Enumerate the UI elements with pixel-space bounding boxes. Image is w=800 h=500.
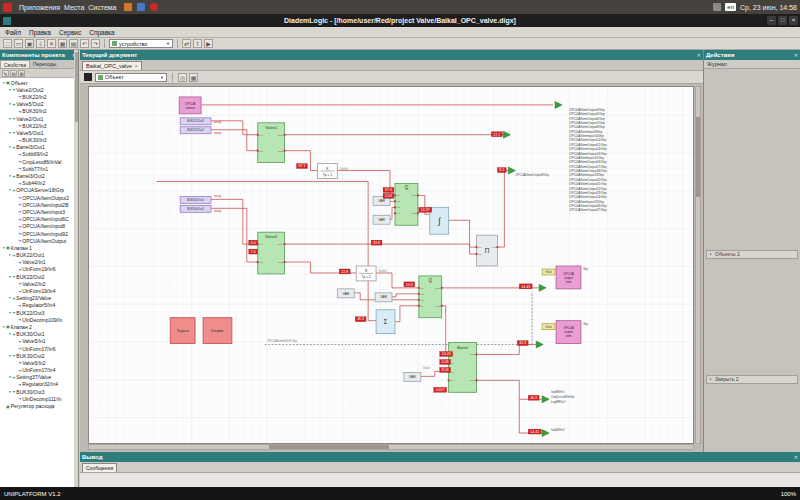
tree-item[interactable]: ➜UlnDecomp111/In xyxy=(0,395,78,402)
block-opcua-signal[interactable]: OPCUAсигнал xyxy=(179,97,201,114)
collapse-icon[interactable]: ⊟ xyxy=(10,70,17,77)
volume-icon[interactable] xyxy=(713,3,721,11)
connect-icon[interactable]: ⇄ xyxy=(182,39,191,48)
tree-item[interactable]: ➜BUK22/In3 xyxy=(0,122,78,129)
tree-item[interactable]: ➜UlnForm17/In6 xyxy=(0,345,78,352)
block-valve1[interactable]: Valve1In1In2Out1Out2 xyxy=(257,123,286,163)
block-config[interactable]: Конфиг xyxy=(203,318,232,344)
tree-item[interactable]: ➜OPCUA/ItemInput2B xyxy=(0,201,78,208)
distro-menu-icon[interactable] xyxy=(3,3,12,12)
window-titlebar[interactable]: DiademLogic - [/home/user/Red/project Va… xyxy=(0,14,800,27)
desktop-menu[interactable]: Система xyxy=(86,4,118,11)
paste-icon[interactable]: ▤ xyxy=(69,39,78,48)
block-src-buk22-out1[interactable]: BUK22/Out1 xyxy=(180,118,211,125)
block-valve2[interactable]: Valve2In1In2Out1Out2 xyxy=(257,232,286,274)
tree-item[interactable]: ▾➜BUK22/Out3 xyxy=(0,309,78,316)
block-q2[interactable]: QIn1In2In3In4Out1Out2 xyxy=(418,276,443,318)
canvas-vertical-scrollbar[interactable] xyxy=(695,86,701,444)
tree-item[interactable]: ➜Valve5/In2 xyxy=(0,359,78,366)
tree-item[interactable]: ➜Regulator32/In4 xyxy=(0,381,78,388)
edit-icon[interactable]: ✎ xyxy=(2,70,9,77)
block-var3[interactable]: VAR xyxy=(337,289,354,298)
tree-scrollbar[interactable] xyxy=(74,50,78,487)
desktop-menu[interactable]: Приложения xyxy=(17,4,62,11)
zoom-level[interactable]: 100% xyxy=(781,491,796,497)
block-tf2[interactable]: KTp + 1 xyxy=(356,266,376,281)
tree-item[interactable]: ▾➜BUK22/Out1 xyxy=(0,252,78,259)
expand-icon[interactable]: ⊞ xyxy=(18,70,25,77)
block-sigma[interactable]: Σ xyxy=(376,310,395,334)
tree-item[interactable]: ▾➜Valve5/Out1 xyxy=(0,129,78,136)
block-opc-out1[interactable]: OPCUAoutputitem xyxy=(556,266,581,289)
tree-item[interactable]: ➜Valve2/In1 xyxy=(0,259,78,266)
block-src-buk22-out2[interactable]: BUK22/Out2 xyxy=(180,127,211,134)
tree-item[interactable]: ▾➜Barrel3/Out2 xyxy=(0,172,78,179)
tree-item[interactable]: ▾▣Клапан 2 xyxy=(0,323,78,330)
tree-item[interactable]: ➜OPCUA/ItemInput3 xyxy=(0,208,78,215)
menubar-item[interactable]: Справка xyxy=(89,29,115,36)
tree-item[interactable]: ▾➜BUK30/Out3 xyxy=(0,388,78,395)
logic-canvas[interactable]: OPCUAсигналBUK22/Out1BUK22/Out2BUK30/Out… xyxy=(88,86,694,444)
tree-item[interactable]: ➜OPCUA/ItemOutput2 xyxy=(0,194,78,201)
document-tab[interactable]: Baikal_OPC_valve × xyxy=(82,61,142,70)
object-combo[interactable]: Объект ▼ xyxy=(95,73,167,82)
block-task[interactable]: Задано xyxy=(170,318,195,344)
cut-icon[interactable]: ✕ xyxy=(47,39,56,48)
tree-item[interactable]: ▾➜Valve2/Out2 xyxy=(0,86,78,93)
tree-item[interactable]: ➜Valve2/In2 xyxy=(0,280,78,287)
collapsed-section-1[interactable]: ▸ Объекты 2 xyxy=(706,250,798,259)
minimize-button[interactable]: – xyxy=(767,16,776,25)
tab-close-icon[interactable]: × xyxy=(135,63,138,69)
tree-item[interactable]: ▾➜BUK30/Out1 xyxy=(0,331,78,338)
panel-close-icon[interactable]: ✕ xyxy=(697,52,701,58)
open-file-icon[interactable]: ▭ xyxy=(14,39,23,48)
block-product[interactable]: ПIn1In2Out xyxy=(476,235,499,266)
block-opc-out2[interactable]: OPCUAoutputitem xyxy=(556,321,581,344)
object-icon[interactable] xyxy=(84,73,92,81)
tree-item[interactable]: ▾➜Setting37/Value xyxy=(0,374,78,381)
block-src-buk30-out2[interactable]: BUK30/Out2 xyxy=(180,205,211,212)
collapsed-section-2[interactable]: ▸ Закрыть 2 xyxy=(706,375,798,384)
tree-item[interactable]: ➜OPCUA/ItemInput6C xyxy=(0,216,78,223)
copy-icon[interactable]: ▦ xyxy=(58,39,67,48)
panel-close-icon[interactable]: ✕ xyxy=(794,454,798,460)
desktop-menu[interactable]: Места xyxy=(62,4,86,11)
tree-item[interactable]: ▾➜BUK30/Out2 xyxy=(0,352,78,359)
tree-item[interactable]: ▣Регулятор расхода xyxy=(0,402,78,409)
tree-item[interactable]: ➜BUK30/In3 xyxy=(0,137,78,144)
menubar-item[interactable]: Сервис xyxy=(59,29,81,36)
tree-item[interactable]: ▾➜Valve5/Out2 xyxy=(0,101,78,108)
zoom-icon[interactable]: ◎ xyxy=(178,73,187,82)
tree-item[interactable]: ➜Subb77/In1 xyxy=(0,165,78,172)
tree-item[interactable]: ➜CmpLess86/InVal xyxy=(0,158,78,165)
tab-transitions[interactable]: Переходы xyxy=(30,60,59,68)
block-indat2[interactable]: InDat xyxy=(542,324,555,330)
new-file-icon[interactable]: □ xyxy=(3,39,12,48)
block-var5[interactable]: VAR xyxy=(404,372,421,381)
block-barrel[interactable]: BarrelIn1In2In3In4Out1Out2 xyxy=(448,343,478,393)
tree-item[interactable]: ➜OPCUA/ItemInput8 xyxy=(0,223,78,230)
keyboard-layout-indicator[interactable]: en xyxy=(725,3,736,11)
run-icon[interactable]: ▶ xyxy=(204,39,213,48)
tree-item[interactable]: ▾➜OPCUAServer18/Grp xyxy=(0,187,78,194)
import-icon[interactable]: ⇩ xyxy=(36,39,45,48)
block-indat1[interactable]: InDat xyxy=(542,269,555,275)
menubar-item[interactable]: Правка xyxy=(29,29,51,36)
tree-item[interactable]: ▾▣Клапан 1 xyxy=(0,244,78,251)
canvas-horizontal-scrollbar[interactable] xyxy=(88,444,694,450)
grid-icon[interactable]: ▦ xyxy=(189,73,198,82)
block-src-buk30-out1[interactable]: BUK30/Out1 xyxy=(180,196,211,203)
record-icon[interactable] xyxy=(150,3,158,11)
close-button[interactable]: × xyxy=(789,16,798,25)
tree-item[interactable]: ▾➜Barrel3/Out1 xyxy=(0,144,78,151)
clock[interactable]: Ср, 23 июн, 14:58 xyxy=(740,4,797,11)
tree-item[interactable]: ➜Sub44/In2 xyxy=(0,180,78,187)
undo-icon[interactable]: ↶ xyxy=(80,39,89,48)
block-integrator[interactable]: ∫ xyxy=(430,207,449,234)
tree-item[interactable]: ▾➜BUK22/Out2 xyxy=(0,273,78,280)
tree-item[interactable]: ➜UlnForm19/In6 xyxy=(0,266,78,273)
tree-item[interactable]: ➜Valve5/In1 xyxy=(0,338,78,345)
maximize-button[interactable]: □ xyxy=(778,16,787,25)
menubar-item[interactable]: Файл xyxy=(5,29,21,36)
tree-item[interactable]: ➜UlnForm19/In4 xyxy=(0,287,78,294)
